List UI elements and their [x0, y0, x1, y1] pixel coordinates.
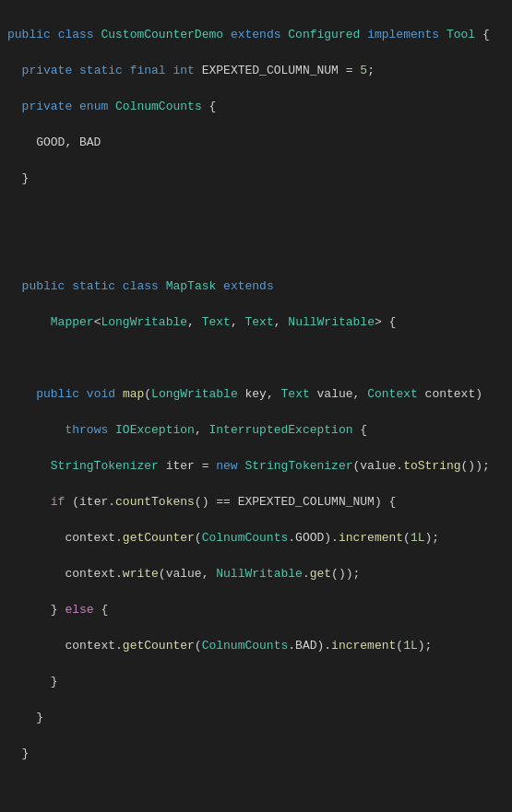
- line-12: throws IOException, InterruptedException…: [0, 421, 512, 440]
- line-14: if (iter.countTokens() == EXPEXTED_COLUM…: [0, 493, 512, 512]
- line-8: public static class MapTask extends: [0, 277, 512, 296]
- line-4: GOOD, BAD: [0, 134, 512, 152]
- line-19: }: [0, 673, 512, 691]
- line-3: private enum ColnumCounts {: [0, 98, 512, 116]
- line-9: Mapper<LongWritable, Text, Text, NullWri…: [0, 313, 512, 332]
- line-11: public void map(LongWritable key, Text v…: [0, 385, 512, 404]
- line-13: StringTokenizer iter = new StringTokeniz…: [0, 457, 512, 476]
- code-editor: public class CustomCounterDemo extends C…: [0, 0, 512, 812]
- line-6: [0, 206, 512, 224]
- line-2: private static final int EXPEXTED_COLUMN…: [0, 62, 512, 80]
- line-15: context.getCounter(ColnumCounts.GOOD).in…: [0, 529, 512, 547]
- line-20: }: [0, 709, 512, 727]
- line-18: context.getCounter(ColnumCounts.BAD).inc…: [0, 637, 512, 655]
- line-22: [0, 781, 512, 799]
- line-5: }: [0, 170, 512, 188]
- line-17: } else {: [0, 601, 512, 619]
- line-16: context.write(value, NullWritable.get())…: [0, 565, 512, 583]
- line-21: }: [0, 745, 512, 763]
- line-7: [0, 241, 512, 260]
- line-1: public class CustomCounterDemo extends C…: [0, 26, 512, 44]
- line-10: [0, 349, 512, 368]
